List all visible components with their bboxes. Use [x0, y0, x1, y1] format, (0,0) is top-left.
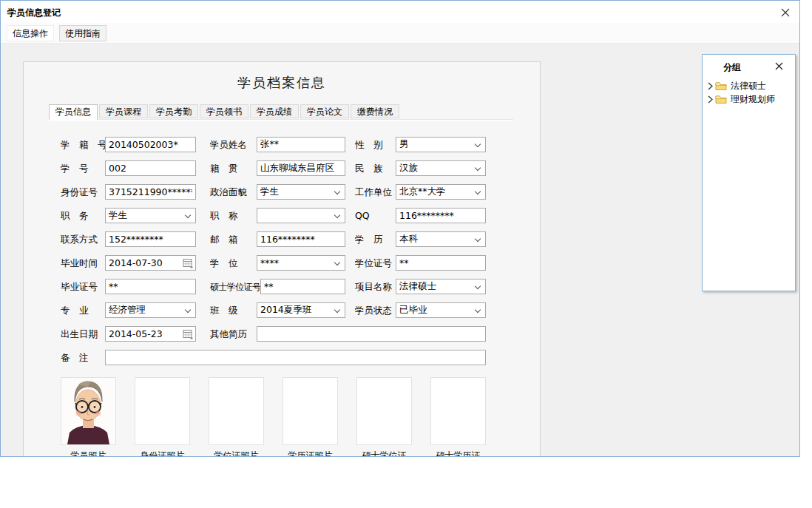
workplace-label: 工作单位 [355, 186, 392, 199]
workplace-select[interactable]: 北京**大学 [396, 184, 486, 200]
name-input[interactable] [257, 137, 345, 152]
tab-student-info[interactable]: 学员信息 [49, 104, 98, 120]
tab-payment-status[interactable]: 缴费情况 [351, 104, 399, 118]
select-value: 法律硕士 [399, 280, 436, 293]
chevron-down-icon [475, 307, 481, 313]
calendar-icon[interactable] [183, 329, 193, 339]
id-number-label: 身份证号 [61, 186, 98, 199]
menu-strip: 信息操作 使用指南 [1, 23, 799, 44]
menu-tab-info-operations[interactable]: 信息操作 [7, 25, 54, 41]
photo-labels: 学员照片 身份证照片 学位证照片 学历证照片 硕士学位证 硕士学历证 [61, 450, 486, 457]
chevron-right-icon[interactable] [708, 95, 713, 104]
minzu-label: 民 族 [355, 163, 383, 175]
major-select[interactable]: 经济管理 [105, 302, 196, 318]
title-rank-label: 职 称 [210, 210, 238, 223]
diploma-number-label: 毕业证号 [61, 281, 98, 294]
groups-panel-title: 分组 [723, 61, 741, 74]
photo-caption: 学员照片 [61, 450, 116, 457]
tab-student-grades[interactable]: 学员成绩 [250, 104, 299, 118]
diploma-photo-box[interactable] [282, 377, 338, 445]
chevron-down-icon [185, 212, 191, 218]
form-row: 学 号 籍 贯 民 族 汉族 [24, 160, 540, 177]
groups-panel-close-button[interactable] [774, 61, 784, 71]
chevron-down-icon [334, 307, 340, 313]
minzu-select[interactable]: 汉族 [396, 160, 486, 176]
select-value: 汉族 [399, 162, 418, 175]
chevron-down-icon [475, 141, 481, 147]
tab-student-thesis[interactable]: 学员论文 [300, 104, 349, 118]
contact-label: 联系方式 [61, 234, 98, 246]
qq-label: QQ [355, 210, 370, 221]
menu-tab-user-guide[interactable]: 使用指南 [59, 25, 106, 41]
position-label: 职 务 [61, 210, 89, 223]
qq-input[interactable] [396, 208, 486, 223]
form-row: 毕业证号 硕士学位证号 项目名称 法律硕士 [24, 279, 540, 295]
form-row: 毕业时间 2014-07-30 学 位 **** 学位证号 [24, 255, 540, 271]
student-archive-panel: 学员档案信息 学员信息 学员课程 学员考勤 学员领书 学员成绩 学员论文 缴费情… [23, 61, 541, 457]
birthdate-label: 出生日期 [61, 328, 98, 341]
form-tab-strip: 学员信息 学员课程 学员考勤 学员领书 学员成绩 学员论文 缴费情况 [49, 104, 401, 120]
title-rank-select[interactable] [257, 208, 345, 223]
form-title: 学员档案信息 [24, 74, 540, 92]
form-row: 出生日期 2014-05-23 其他简历 [24, 326, 540, 342]
project-name-select[interactable]: 法律硕士 [396, 279, 486, 294]
select-value: 学生 [260, 186, 279, 198]
form-row: 备 注 [24, 350, 540, 366]
photo-caption: 学历证照片 [282, 450, 338, 457]
student-status-select[interactable]: 已毕业 [396, 302, 486, 318]
master-degree-cert-input[interactable] [260, 279, 345, 294]
select-value: 2014夏季班 [260, 304, 311, 316]
tab-student-attendance[interactable]: 学员考勤 [149, 104, 198, 118]
select-value: 经济管理 [109, 304, 146, 316]
birthdate-picker[interactable]: 2014-05-23 [105, 326, 196, 342]
id-number-input[interactable] [105, 184, 196, 200]
window-close-button[interactable] [779, 7, 791, 18]
select-value: 本科 [399, 233, 418, 245]
remarks-input[interactable] [105, 350, 486, 365]
class-select[interactable]: 2014夏季班 [257, 302, 345, 318]
xuejihao-input[interactable] [105, 137, 196, 152]
chevron-down-icon [334, 212, 340, 218]
group-item-law-master[interactable]: 法律硕士 [708, 80, 766, 92]
degree-cert-input[interactable] [396, 255, 486, 271]
title-bar: 学员信息登记 [1, 1, 799, 23]
photo-caption: 学位证照片 [209, 450, 264, 457]
chevron-down-icon [475, 189, 481, 194]
major-label: 专 业 [61, 305, 89, 317]
xuehao-input[interactable] [105, 160, 196, 176]
degree-label: 学 位 [210, 257, 238, 270]
political-status-select[interactable]: 学生 [257, 184, 345, 200]
form-row: 专 业 经济管理 班 级 2014夏季班 学员状态 已毕业 [24, 302, 540, 319]
folder-icon [715, 81, 727, 91]
tab-student-courses[interactable]: 学员课程 [99, 104, 148, 118]
gender-select[interactable]: 男 [396, 137, 486, 152]
chevron-down-icon [334, 260, 340, 265]
xuejihao-label: 学 籍 号 [61, 139, 107, 152]
degree-select[interactable]: **** [257, 255, 345, 271]
position-select[interactable]: 学生 [105, 208, 196, 223]
education-select[interactable]: 本科 [396, 231, 486, 247]
chevron-right-icon[interactable] [708, 82, 713, 90]
date-value: 2014-05-23 [109, 328, 163, 339]
student-avatar [61, 378, 115, 444]
other-resume-input[interactable] [257, 326, 486, 342]
diploma-number-input[interactable] [105, 279, 196, 294]
degree-cert-photo-box[interactable] [209, 377, 264, 445]
master-degree-photo-box[interactable] [356, 377, 412, 445]
chevron-down-icon [334, 189, 340, 194]
xuehao-label: 学 号 [61, 163, 89, 175]
master-diploma-photo-box[interactable] [430, 377, 486, 445]
email-input[interactable] [257, 231, 345, 247]
graduation-date-picker[interactable]: 2014-07-30 [105, 255, 196, 271]
remarks-label: 备 注 [61, 352, 89, 365]
tab-student-books[interactable]: 学员领书 [200, 104, 248, 118]
group-item-label: 法律硕士 [731, 80, 766, 92]
jiguan-input[interactable] [257, 160, 345, 176]
calendar-icon[interactable] [183, 258, 193, 268]
email-label: 邮 箱 [210, 234, 238, 246]
student-photo-box[interactable] [61, 377, 116, 445]
contact-input[interactable] [105, 231, 196, 247]
id-card-photo-box[interactable] [135, 377, 190, 445]
group-item-financial-planner[interactable]: 理财规划师 [708, 93, 775, 105]
select-value: 已毕业 [399, 304, 427, 316]
